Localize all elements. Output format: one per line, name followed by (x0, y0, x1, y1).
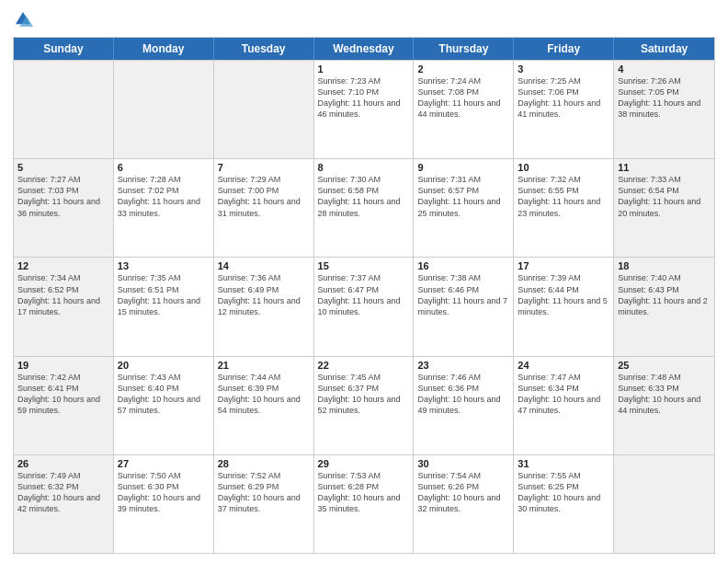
day-info: Sunrise: 7:27 AM Sunset: 7:03 PM Dayligh… (17, 174, 109, 219)
day-info: Sunrise: 7:26 AM Sunset: 7:05 PM Dayligh… (618, 75, 711, 121)
day-info: Sunrise: 7:36 AM Sunset: 6:49 PM Dayligh… (218, 272, 310, 317)
day-number: 26 (17, 458, 109, 469)
day-cell-26: 26Sunrise: 7:49 AM Sunset: 6:32 PM Dayli… (14, 455, 114, 553)
day-cell-13: 13Sunrise: 7:35 AM Sunset: 6:51 PM Dayli… (114, 258, 214, 355)
day-number: 3 (518, 63, 609, 75)
day-number: 15 (318, 260, 410, 271)
day-cell-10: 10Sunrise: 7:32 AM Sunset: 6:55 PM Dayli… (514, 159, 614, 257)
day-number: 17 (518, 260, 609, 271)
header-cell-sunday: Sunday (14, 38, 114, 60)
day-info: Sunrise: 7:38 AM Sunset: 6:46 PM Dayligh… (417, 272, 509, 317)
day-number: 9 (417, 162, 509, 173)
calendar-row-4: 26Sunrise: 7:49 AM Sunset: 6:32 PM Dayli… (14, 454, 714, 553)
day-number: 2 (417, 63, 509, 75)
day-info: Sunrise: 7:47 AM Sunset: 6:34 PM Dayligh… (518, 372, 609, 417)
day-info: Sunrise: 7:49 AM Sunset: 6:32 PM Dayligh… (17, 470, 109, 515)
day-info: Sunrise: 7:37 AM Sunset: 6:47 PM Dayligh… (318, 272, 410, 317)
day-number: 1 (318, 63, 410, 75)
day-cell-14: 14Sunrise: 7:36 AM Sunset: 6:49 PM Dayli… (214, 258, 314, 355)
day-info: Sunrise: 7:28 AM Sunset: 7:02 PM Dayligh… (118, 174, 210, 219)
day-cell-3: 3Sunrise: 7:25 AM Sunset: 7:06 PM Daylig… (514, 61, 614, 158)
calendar-row-0: 1Sunrise: 7:23 AM Sunset: 7:10 PM Daylig… (14, 60, 714, 158)
day-info: Sunrise: 7:42 AM Sunset: 6:41 PM Dayligh… (17, 372, 109, 417)
day-cell-24: 24Sunrise: 7:47 AM Sunset: 6:34 PM Dayli… (514, 357, 614, 454)
day-info: Sunrise: 7:44 AM Sunset: 6:39 PM Dayligh… (218, 372, 310, 417)
day-cell-20: 20Sunrise: 7:43 AM Sunset: 6:40 PM Dayli… (114, 357, 214, 454)
day-cell-18: 18Sunrise: 7:40 AM Sunset: 6:43 PM Dayli… (614, 258, 714, 355)
day-number: 8 (318, 162, 410, 173)
day-cell-2: 2Sunrise: 7:24 AM Sunset: 7:08 PM Daylig… (414, 61, 514, 158)
header (13, 9, 715, 29)
day-cell-12: 12Sunrise: 7:34 AM Sunset: 6:52 PM Dayli… (14, 258, 114, 355)
day-info: Sunrise: 7:40 AM Sunset: 6:43 PM Dayligh… (618, 272, 711, 317)
day-cell-27: 27Sunrise: 7:50 AM Sunset: 6:30 PM Dayli… (114, 455, 214, 553)
day-info: Sunrise: 7:48 AM Sunset: 6:33 PM Dayligh… (618, 372, 711, 417)
day-info: Sunrise: 7:30 AM Sunset: 6:58 PM Dayligh… (318, 174, 410, 219)
day-number: 6 (118, 162, 210, 173)
day-info: Sunrise: 7:35 AM Sunset: 6:51 PM Dayligh… (118, 272, 210, 317)
day-number: 20 (118, 360, 210, 371)
day-number: 25 (618, 360, 711, 371)
day-info: Sunrise: 7:29 AM Sunset: 7:00 PM Dayligh… (218, 174, 310, 219)
logo-icon (13, 9, 33, 29)
day-number: 23 (417, 360, 509, 371)
day-number: 14 (218, 260, 310, 271)
day-info: Sunrise: 7:50 AM Sunset: 6:30 PM Dayligh… (118, 470, 210, 515)
calendar-row-1: 5Sunrise: 7:27 AM Sunset: 7:03 PM Daylig… (14, 158, 714, 257)
day-cell-22: 22Sunrise: 7:45 AM Sunset: 6:37 PM Dayli… (314, 357, 415, 454)
day-info: Sunrise: 7:55 AM Sunset: 6:25 PM Dayligh… (518, 470, 609, 515)
day-info: Sunrise: 7:31 AM Sunset: 6:57 PM Dayligh… (417, 174, 509, 219)
day-number: 11 (618, 162, 711, 173)
day-cell-25: 25Sunrise: 7:48 AM Sunset: 6:33 PM Dayli… (614, 357, 714, 454)
day-number: 24 (518, 360, 609, 371)
logo (13, 9, 37, 29)
day-info: Sunrise: 7:34 AM Sunset: 6:52 PM Dayligh… (17, 272, 109, 317)
day-info: Sunrise: 7:53 AM Sunset: 6:28 PM Dayligh… (318, 470, 410, 515)
page: SundayMondayTuesdayWednesdayThursdayFrid… (0, 0, 728, 563)
day-info: Sunrise: 7:25 AM Sunset: 7:06 PM Dayligh… (518, 75, 609, 121)
day-number: 12 (17, 260, 109, 271)
day-cell-21: 21Sunrise: 7:44 AM Sunset: 6:39 PM Dayli… (214, 357, 314, 454)
header-cell-monday: Monday (114, 38, 214, 60)
day-cell-1: 1Sunrise: 7:23 AM Sunset: 7:10 PM Daylig… (314, 61, 415, 158)
day-info: Sunrise: 7:32 AM Sunset: 6:55 PM Dayligh… (518, 174, 609, 219)
day-number: 29 (318, 458, 410, 469)
calendar-header: SundayMondayTuesdayWednesdayThursdayFrid… (14, 38, 714, 60)
day-number: 22 (318, 360, 410, 371)
day-cell-16: 16Sunrise: 7:38 AM Sunset: 6:46 PM Dayli… (414, 258, 514, 355)
day-cell-30: 30Sunrise: 7:54 AM Sunset: 6:26 PM Dayli… (414, 455, 514, 553)
day-cell-23: 23Sunrise: 7:46 AM Sunset: 6:36 PM Dayli… (414, 357, 514, 454)
day-cell-5: 5Sunrise: 7:27 AM Sunset: 7:03 PM Daylig… (14, 159, 114, 257)
day-number: 31 (518, 458, 609, 469)
day-number: 4 (618, 63, 711, 75)
day-info: Sunrise: 7:23 AM Sunset: 7:10 PM Dayligh… (318, 75, 410, 121)
day-number: 28 (218, 458, 310, 469)
day-cell-28: 28Sunrise: 7:52 AM Sunset: 6:29 PM Dayli… (214, 455, 314, 553)
header-cell-friday: Friday (514, 38, 614, 60)
day-info: Sunrise: 7:24 AM Sunset: 7:08 PM Dayligh… (417, 75, 509, 121)
day-number: 19 (17, 360, 109, 371)
day-number: 5 (17, 162, 109, 173)
day-info: Sunrise: 7:46 AM Sunset: 6:36 PM Dayligh… (417, 372, 509, 417)
header-cell-saturday: Saturday (614, 38, 714, 60)
day-info: Sunrise: 7:45 AM Sunset: 6:37 PM Dayligh… (318, 372, 410, 417)
day-number: 27 (118, 458, 210, 469)
day-cell-15: 15Sunrise: 7:37 AM Sunset: 6:47 PM Dayli… (314, 258, 415, 355)
day-info: Sunrise: 7:33 AM Sunset: 6:54 PM Dayligh… (618, 174, 711, 219)
day-cell-7: 7Sunrise: 7:29 AM Sunset: 7:00 PM Daylig… (214, 159, 314, 257)
day-number: 30 (417, 458, 509, 469)
calendar-row-3: 19Sunrise: 7:42 AM Sunset: 6:41 PM Dayli… (14, 356, 714, 454)
day-cell-31: 31Sunrise: 7:55 AM Sunset: 6:25 PM Dayli… (514, 455, 614, 553)
day-number: 16 (417, 260, 509, 271)
header-cell-thursday: Thursday (414, 38, 514, 60)
day-cell-8: 8Sunrise: 7:30 AM Sunset: 6:58 PM Daylig… (314, 159, 415, 257)
day-cell-11: 11Sunrise: 7:33 AM Sunset: 6:54 PM Dayli… (614, 159, 714, 257)
day-cell-17: 17Sunrise: 7:39 AM Sunset: 6:44 PM Dayli… (514, 258, 614, 355)
calendar-row-2: 12Sunrise: 7:34 AM Sunset: 6:52 PM Dayli… (14, 257, 714, 355)
day-cell-6: 6Sunrise: 7:28 AM Sunset: 7:02 PM Daylig… (114, 159, 214, 257)
day-cell-19: 19Sunrise: 7:42 AM Sunset: 6:41 PM Dayli… (14, 357, 114, 454)
calendar-body: 1Sunrise: 7:23 AM Sunset: 7:10 PM Daylig… (14, 60, 714, 553)
day-cell-29: 29Sunrise: 7:53 AM Sunset: 6:28 PM Dayli… (314, 455, 415, 553)
day-info: Sunrise: 7:39 AM Sunset: 6:44 PM Dayligh… (518, 272, 609, 317)
day-number: 13 (118, 260, 210, 271)
